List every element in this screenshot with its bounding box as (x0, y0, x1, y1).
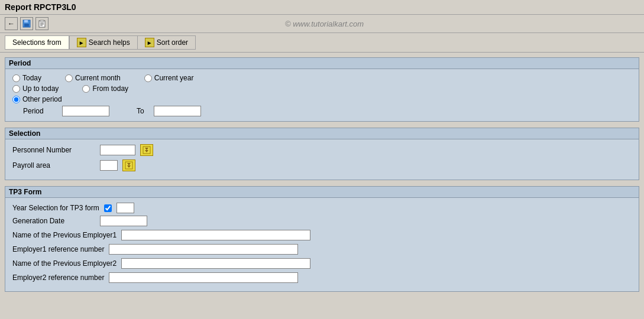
employer1-ref-row: Employer1 reference number (12, 244, 632, 255)
tp3-form-section: TP3 Form Year Selection for TP3 form Gen… (5, 186, 639, 292)
period-section-header: Period (5, 58, 639, 69)
radio-from-today[interactable]: From today (82, 84, 128, 93)
period-section-body: Today Current month Current year Up to t… (5, 69, 639, 121)
year-selection-input[interactable] (116, 203, 134, 213)
employer1-name-input[interactable] (121, 230, 310, 240)
radio-other-period-input[interactable] (12, 96, 20, 103)
selection-section-body: Personnel Number Payroll area (5, 139, 639, 180)
payroll-area-label: Payroll area (12, 161, 95, 170)
radio-from-today-input[interactable] (82, 85, 90, 93)
generation-date-input[interactable] (100, 216, 147, 226)
radio-other-period-label: Other period (22, 95, 62, 103)
employer2-name-label: Name of the Previous Employer2 (12, 259, 116, 268)
employer1-name-row: Name of the Previous Employer1 (12, 230, 632, 240)
period-radio-row-3: Other period (12, 95, 632, 103)
year-selection-row: Year Selection for TP3 form (12, 203, 632, 213)
tab-bar: Selections from ► Search helps ► Sort or… (0, 33, 644, 53)
svg-rect-4 (40, 20, 44, 22)
payroll-area-input[interactable] (100, 160, 118, 171)
title-bar: Report RPCTP3L0 (0, 0, 644, 15)
radio-today-input[interactable] (12, 74, 20, 82)
sort-order-arrow-icon: ► (145, 38, 154, 47)
tab-sort-order[interactable]: ► Sort order (137, 35, 196, 50)
toolbar: ← © www.tutorialkart.com (0, 15, 644, 33)
tab-search-helps[interactable]: ► Search helps (69, 35, 137, 50)
period-from-input[interactable] (62, 106, 109, 116)
main-content: Period Today Current month Current year (0, 53, 644, 302)
personnel-number-label: Personnel Number (12, 146, 95, 154)
radio-current-month-label: Current month (75, 74, 121, 82)
radio-current-year[interactable]: Current year (144, 74, 194, 82)
svg-rect-1 (24, 20, 28, 22)
search-helps-arrow-icon: ► (77, 38, 86, 47)
tab-search-helps-label: Search helps (89, 38, 130, 47)
personnel-number-input[interactable] (100, 145, 135, 155)
radio-from-today-label: From today (92, 84, 128, 93)
tab-selections-from[interactable]: Selections from (5, 35, 69, 50)
selection-section-header: Selection (5, 128, 639, 139)
radio-up-to-today-label: Up to today (22, 84, 59, 93)
employer1-ref-input[interactable] (109, 244, 298, 255)
tp3-form-section-header: TP3 Form (5, 187, 639, 198)
clipboard-icon[interactable] (35, 17, 48, 30)
personnel-number-row: Personnel Number (12, 144, 632, 156)
period-label: Period (23, 107, 53, 115)
svg-rect-2 (24, 24, 29, 27)
employer2-name-input[interactable] (121, 258, 310, 269)
period-section: Period Today Current month Current year (5, 57, 639, 122)
radio-current-year-label: Current year (154, 74, 194, 82)
selection-section: Selection Personnel Number Payroll area (5, 128, 639, 180)
employer2-ref-row: Employer2 reference number (12, 272, 632, 283)
year-selection-label: Year Selection for TP3 form (12, 204, 99, 212)
page-title: Report RPCTP3L0 (5, 2, 76, 12)
employer2-ref-input[interactable] (109, 272, 298, 283)
generation-date-row: Generation Date (12, 216, 632, 226)
radio-current-month[interactable]: Current month (65, 74, 121, 82)
year-selection-checkbox[interactable] (104, 204, 112, 212)
generation-date-label: Generation Date (12, 217, 95, 225)
employer2-name-row: Name of the Previous Employer2 (12, 258, 632, 269)
radio-current-month-input[interactable] (65, 74, 73, 82)
save-icon[interactable] (20, 17, 33, 30)
tab-sort-order-label: Sort order (157, 38, 188, 47)
employer1-name-label: Name of the Previous Employer1 (12, 231, 116, 239)
employer1-ref-label: Employer1 reference number (12, 245, 104, 253)
radio-other-period[interactable]: Other period (12, 95, 62, 103)
payroll-area-row: Payroll area (12, 160, 632, 171)
to-label: To (137, 107, 144, 115)
period-date-row: Period To (12, 106, 632, 116)
radio-up-to-today[interactable]: Up to today (12, 84, 59, 93)
tab-selections-from-label: Selections from (12, 38, 62, 47)
period-radio-row-2: Up to today From today (12, 84, 632, 93)
back-icon[interactable]: ← (5, 17, 18, 30)
tp3-form-section-body: Year Selection for TP3 form Generation D… (5, 198, 639, 291)
payroll-area-sel-button[interactable] (122, 160, 135, 171)
watermark: © www.tutorialkart.com (51, 19, 598, 28)
radio-today[interactable]: Today (12, 74, 41, 82)
radio-up-to-today-input[interactable] (12, 85, 20, 93)
period-to-input[interactable] (154, 106, 201, 116)
toolbar-left: ← (5, 17, 48, 30)
radio-today-label: Today (22, 74, 41, 82)
period-radio-row-1: Today Current month Current year (12, 74, 632, 82)
employer2-ref-label: Employer2 reference number (12, 274, 104, 282)
personnel-number-sel-button[interactable] (140, 144, 153, 156)
radio-current-year-input[interactable] (144, 74, 152, 82)
